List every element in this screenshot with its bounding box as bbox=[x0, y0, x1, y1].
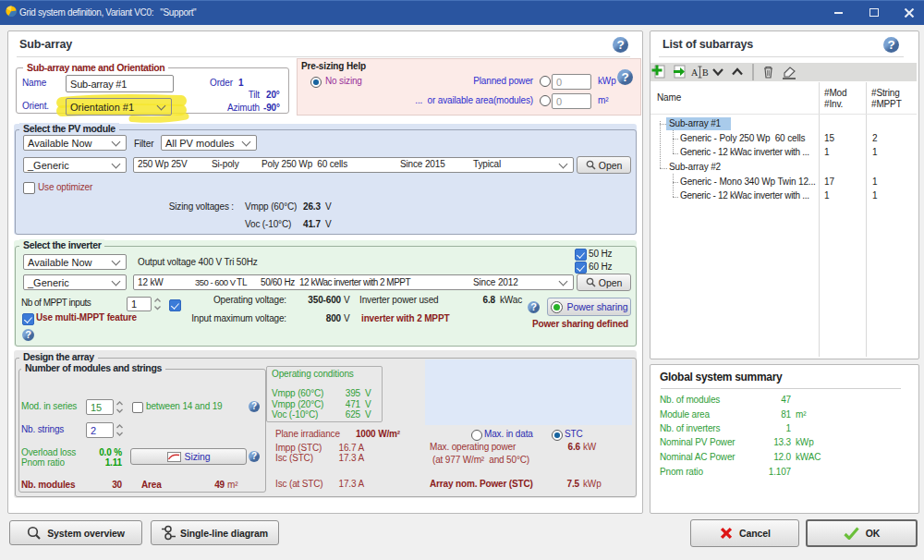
svg-text:B: B bbox=[702, 67, 709, 78]
svg-text:A: A bbox=[691, 67, 699, 78]
